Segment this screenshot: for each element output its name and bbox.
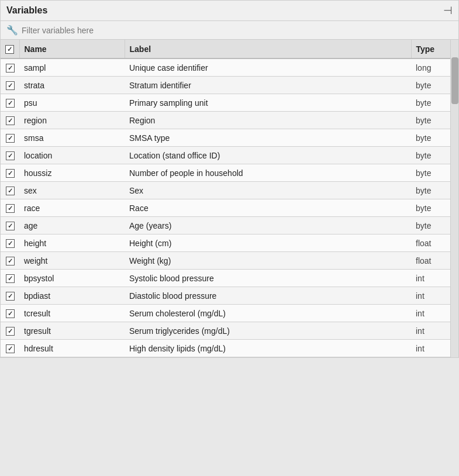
select-all-checkbox[interactable] [5,45,14,54]
row-checkbox[interactable] [6,64,15,73]
row-checkbox[interactable] [6,309,15,318]
scrollbar[interactable] [450,40,458,357]
filter-input[interactable] [22,26,453,35]
row-type: byte [411,147,450,164]
row-type: long [411,58,450,77]
row-label: Location (stand office ID) [125,147,411,164]
row-name: houssiz [19,164,125,182]
row-checkbox-cell [1,77,19,94]
row-checkbox-cell [1,129,19,147]
row-label: Region [125,112,411,129]
row-type: byte [411,77,450,94]
row-checkbox[interactable] [6,169,15,178]
row-name: tgresult [19,322,125,340]
row-checkbox[interactable] [6,257,15,265]
row-checkbox[interactable] [6,327,15,336]
row-name: smsa [19,129,125,147]
row-label: Age (years) [125,217,411,234]
row-checkbox[interactable] [6,274,15,283]
row-label: Serum cholesterol (mg/dL) [125,305,411,322]
table-body: samplUnique case identifierlongstrataStr… [1,58,450,357]
row-label: Systolic blood pressure [125,270,411,287]
row-checkbox-cell [1,322,19,340]
table-row: psuPrimary sampling unitbyte [1,94,450,112]
row-checkbox-cell [1,270,19,287]
row-label: Height (cm) [125,234,411,252]
table-row: samplUnique case identifierlong [1,58,450,77]
row-checkbox[interactable] [6,151,15,160]
row-name: bpsystol [19,270,125,287]
row-label: Diastolic blood pressure [125,287,411,305]
panel-title: Variables [6,5,47,16]
row-type: byte [411,217,450,234]
variables-panel: Variables ⊣ 🔧 Name [0,0,459,358]
panel-header: Variables ⊣ [1,1,458,21]
row-label: High density lipids (mg/dL) [125,340,411,357]
row-checkbox-cell [1,94,19,112]
table-row: tgresultSerum triglycerides (mg/dL)int [1,322,450,340]
table-row: smsaSMSA typebyte [1,129,450,147]
header-name: Name [19,40,125,58]
row-checkbox[interactable] [6,292,15,301]
row-type: int [411,305,450,322]
table-row: tcresultSerum cholesterol (mg/dL)int [1,305,450,322]
row-type: int [411,340,450,357]
row-checkbox[interactable] [6,81,15,90]
row-type: float [411,234,450,252]
row-name: hdresult [19,340,125,357]
row-checkbox-cell [1,58,19,77]
header-check[interactable] [1,40,19,58]
row-checkbox[interactable] [6,344,15,353]
table-header: Name Label Type [1,40,450,58]
row-checkbox-cell [1,147,19,164]
row-checkbox-cell [1,340,19,357]
variables-table: Name Label Type samplUnique case identif… [1,40,450,357]
table-row: strataStratum identifierbyte [1,77,450,94]
row-checkbox[interactable] [6,116,15,125]
row-name: age [19,217,125,234]
row-checkbox-cell [1,182,19,199]
row-name: height [19,234,125,252]
pin-icon[interactable]: ⊣ [443,4,453,17]
row-label: Primary sampling unit [125,94,411,112]
scrollbar-thumb[interactable] [451,57,458,104]
row-name: tcresult [19,305,125,322]
row-checkbox-cell [1,287,19,305]
row-checkbox-cell [1,305,19,322]
row-type: byte [411,164,450,182]
row-name: race [19,199,125,217]
table-row: hdresultHigh density lipids (mg/dL)int [1,340,450,357]
wrench-icon: 🔧 [6,25,18,36]
row-checkbox-cell [1,252,19,270]
row-name: psu [19,94,125,112]
table-row: locationLocation (stand office ID)byte [1,147,450,164]
row-label: Weight (kg) [125,252,411,270]
row-checkbox[interactable] [6,204,15,213]
row-type: int [411,270,450,287]
row-name: bpdiast [19,287,125,305]
row-name: sampl [19,58,125,77]
row-label: Race [125,199,411,217]
row-checkbox[interactable] [6,134,15,143]
row-type: byte [411,182,450,199]
row-type: byte [411,199,450,217]
row-type: int [411,287,450,305]
row-name: strata [19,77,125,94]
table-row: bpdiastDiastolic blood pressureint [1,287,450,305]
row-type: byte [411,112,450,129]
row-label: Stratum identifier [125,77,411,94]
table-row: bpsystolSystolic blood pressureint [1,270,450,287]
row-checkbox[interactable] [6,99,15,108]
table-scroll-area: Name Label Type samplUnique case identif… [1,40,450,357]
row-checkbox[interactable] [6,239,15,248]
row-label: SMSA type [125,129,411,147]
row-checkbox[interactable] [6,222,15,230]
table-row: houssizNumber of people in householdbyte [1,164,450,182]
row-name: location [19,147,125,164]
row-checkbox[interactable] [6,187,15,195]
row-type: float [411,252,450,270]
row-label: Number of people in household [125,164,411,182]
row-type: byte [411,94,450,112]
header-label: Label [125,40,411,58]
filter-row: 🔧 [1,21,458,40]
